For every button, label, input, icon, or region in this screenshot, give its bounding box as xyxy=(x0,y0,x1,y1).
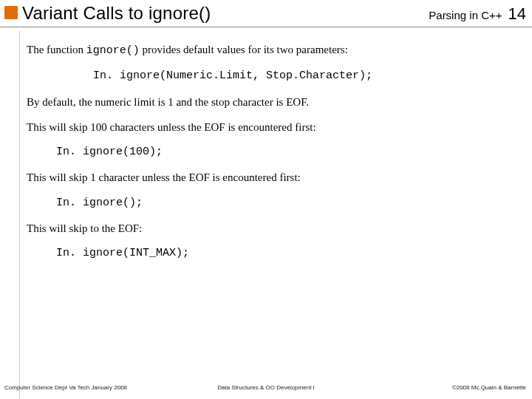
bullet-square-icon xyxy=(4,6,18,19)
footer-left: Computer Science Dept Va Tech January 20… xyxy=(4,384,127,391)
slide-number: 14 xyxy=(508,4,526,24)
intro-paragraph: The function ignore() provides default v… xyxy=(27,42,511,58)
default-note: By default, the numeric limit is 1 and t… xyxy=(27,95,511,109)
signature-code: In. ignore(Numeric.Limit, Stop.Character… xyxy=(93,69,511,83)
case3-label: This will skip to the EOF: xyxy=(27,221,511,236)
case1-label: This will skip 100 characters unless the… xyxy=(27,120,511,134)
intro-code: ignore() xyxy=(86,44,140,57)
slide-subject: Parsing in C++ xyxy=(429,9,502,21)
case3-code: In. ignore(INT_MAX); xyxy=(56,246,511,261)
intro-prefix: The function xyxy=(27,44,86,55)
slide-title: Variant Calls to ignore() xyxy=(22,3,429,24)
case1-code: In. ignore(100); xyxy=(56,145,511,160)
case2-code: In. ignore(); xyxy=(56,196,511,211)
slide-header: Variant Calls to ignore() Parsing in C++… xyxy=(0,0,532,25)
intro-suffix: provides default values for its two para… xyxy=(140,44,348,55)
footer-right: ©2008 Mc.Quain & Barnette xyxy=(452,384,526,391)
slide: Variant Calls to ignore() Parsing in C++… xyxy=(0,0,532,399)
slide-body: The function ignore() provides default v… xyxy=(0,27,532,261)
slide-footer: Computer Science Dept Va Tech January 20… xyxy=(0,380,532,395)
case2-label: This will skip 1 character unless the EO… xyxy=(27,170,511,185)
header-right: Parsing in C++ 14 xyxy=(429,4,526,24)
